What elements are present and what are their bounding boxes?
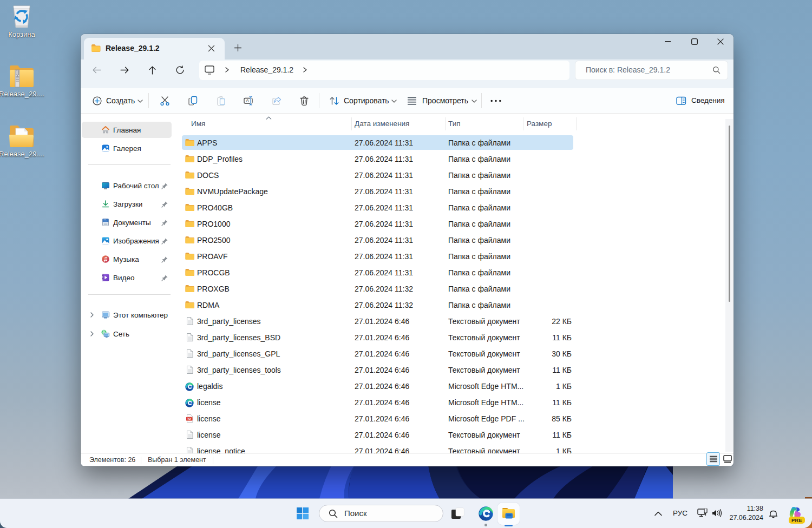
svg-text:PDF: PDF — [187, 418, 192, 420]
svg-text:A: A — [246, 98, 249, 103]
